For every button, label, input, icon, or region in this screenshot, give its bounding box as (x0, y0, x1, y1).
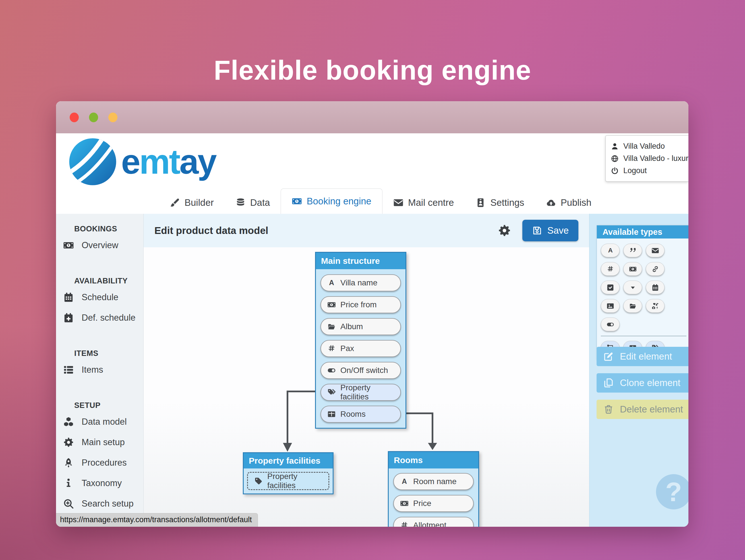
emtay-logo[interactable]: emtay (68, 137, 216, 186)
user-menu-item[interactable]: Logout (611, 165, 688, 177)
tags-icon (327, 388, 336, 397)
available-type-pill[interactable] (601, 318, 620, 331)
model-field-pill[interactable]: A Room name (393, 473, 474, 490)
calendar-icon (62, 292, 75, 303)
rooms-title: Rooms (389, 452, 478, 468)
sidebar-section: BOOKINGS Overview (56, 225, 143, 256)
quote-icon (629, 247, 637, 255)
user-menu-item[interactable]: Villa Valledo - luxur.. (611, 152, 688, 165)
model-field-pill[interactable]: Price (393, 495, 474, 512)
available-type-pill[interactable] (601, 281, 620, 294)
logo-wordmark: emtay (121, 142, 216, 182)
available-type-pill[interactable] (646, 281, 665, 294)
model-field-pill[interactable]: On/Off switch (320, 362, 401, 379)
window-control-dot[interactable] (108, 112, 118, 122)
nav-tab[interactable]: Booking engine (281, 189, 383, 214)
sidebar-item[interactable]: Def. schedule (56, 307, 143, 328)
element-action-button[interactable]: Edit element (596, 347, 688, 366)
available-type-pill[interactable] (623, 281, 642, 294)
nav-tab-label: Settings (490, 197, 524, 208)
element-action-label: Edit element (620, 351, 672, 362)
available-type-pill[interactable] (601, 262, 620, 276)
property-facilities-items: Property facilities (244, 468, 333, 493)
available-type-pill[interactable] (646, 262, 665, 276)
available-types-title: Available types (597, 225, 688, 238)
folder-icon (327, 322, 336, 331)
nav-tab[interactable]: Publish (535, 192, 602, 214)
available-type-pill[interactable] (623, 299, 642, 313)
model-field-label: Villa name (341, 278, 377, 287)
sidebar-item-label: Procedures (82, 458, 127, 468)
model-field-pill[interactable]: A Villa name (320, 274, 401, 291)
model-field-pill[interactable]: Property facilities (247, 472, 329, 490)
money-icon (292, 196, 302, 206)
available-type-pill[interactable] (623, 243, 642, 257)
page-title: Flexible booking engine (0, 55, 745, 86)
nav-tab-label: Data (250, 197, 270, 208)
sidebar-item-label: Main setup (82, 437, 125, 448)
available-types-body: A (597, 238, 688, 359)
sidebar-item[interactable]: Items (56, 360, 143, 380)
sidebar-item-label: Schedule (82, 292, 118, 302)
nav-tab[interactable]: Mail centre (383, 192, 465, 214)
trash-icon (604, 404, 614, 415)
available-type-pill[interactable] (601, 299, 620, 313)
property-facilities-box[interactable]: Property facilities Property facilities (243, 452, 333, 494)
nav-tab[interactable]: Data (225, 192, 281, 214)
main-area: Edit product data model Save (143, 214, 589, 527)
model-field-pill[interactable]: Album (320, 318, 401, 335)
available-type-pill[interactable] (646, 299, 665, 313)
logo-letter: a (180, 142, 198, 182)
help-button-label: ? (666, 476, 682, 507)
emtay-logo-icon (68, 137, 117, 186)
rocket-icon (62, 457, 75, 468)
element-action-button[interactable]: Clone element (596, 373, 688, 393)
sidebar-section-items: Schedule Def. schedule (56, 287, 143, 328)
sidebar-item[interactable]: Overview (56, 235, 143, 256)
available-type-pill[interactable] (623, 262, 642, 276)
help-button[interactable]: ? (656, 474, 688, 509)
app-header: emtay Builder Data Booking engine Mail c… (56, 133, 688, 214)
id-badge-icon (476, 198, 486, 208)
window-control-dot[interactable] (89, 112, 98, 122)
available-type-pill[interactable] (646, 243, 665, 257)
rooms-box[interactable]: Rooms A Room name Price Allotment (388, 451, 479, 527)
main-nav: Builder Data Booking engine Mail centre … (159, 189, 602, 214)
model-field-pill[interactable]: Allotment (393, 517, 474, 527)
model-field-pill[interactable]: Property facilities (320, 384, 401, 401)
sidebar-item-label: Overview (82, 240, 118, 251)
image-icon (607, 302, 614, 310)
sidebar-section: AVAILABILITY Schedule Def. schedule (56, 276, 143, 328)
model-field-label: Album (341, 322, 363, 331)
sidebar-item[interactable]: Schedule (56, 287, 143, 307)
element-action-button[interactable]: Delete element (596, 400, 688, 419)
model-field-pill[interactable]: Rooms (320, 406, 401, 423)
available-type-pill[interactable]: A (601, 243, 620, 257)
logo-letter: e (121, 142, 139, 182)
nav-tab-label: Booking engine (306, 196, 371, 207)
sidebar-item[interactable]: Main setup (56, 432, 143, 453)
model-field-pill[interactable]: Pax (320, 340, 401, 357)
nav-tab-label: Publish (561, 197, 591, 208)
sidebar-section-header: SETUP (74, 401, 143, 410)
save-button[interactable]: Save (522, 220, 578, 241)
sidebar-item[interactable]: Taxonomy (56, 473, 143, 493)
sidebar-item[interactable]: Search setup (56, 493, 143, 514)
sidebar-item[interactable]: Data model (56, 411, 143, 432)
window-control-dot[interactable] (70, 112, 79, 122)
sidebar-item[interactable]: Procedures (56, 453, 143, 473)
clone-icon (604, 378, 614, 388)
logo-letter: m (139, 142, 169, 182)
rooms-items: A Room name Price Allotment (389, 468, 478, 527)
hash-icon (400, 521, 409, 527)
model-field-pill[interactable]: Price from (320, 296, 401, 313)
info-icon (62, 478, 75, 489)
nav-tab[interactable]: Settings (465, 192, 535, 214)
main-structure-box[interactable]: Main structure A Villa name Price from A… (315, 252, 406, 429)
toggle-icon (607, 321, 614, 328)
nav-tab[interactable]: Builder (159, 192, 225, 214)
check-square-icon (607, 284, 614, 291)
user-menu-item[interactable]: Villa Valledo (611, 140, 688, 152)
user-menu-label: Villa Valledo (623, 142, 665, 151)
gear-icon[interactable] (498, 224, 511, 237)
